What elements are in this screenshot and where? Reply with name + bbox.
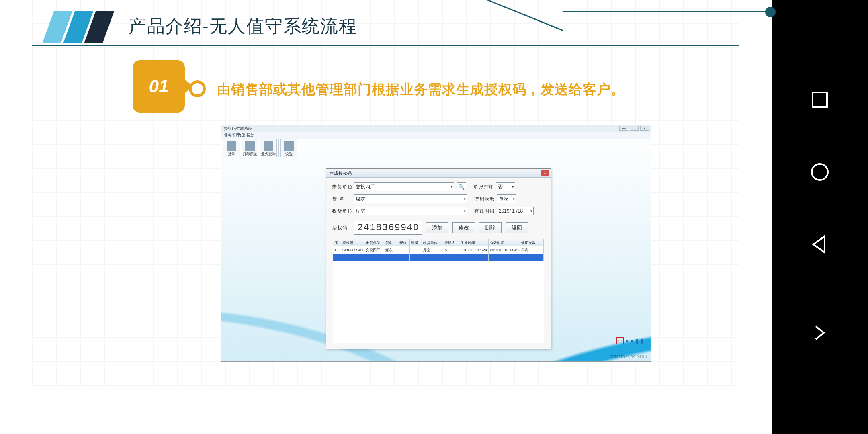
dialog-close-button[interactable]: × (541, 170, 549, 176)
grid-header-cell: 生成时间 (459, 239, 489, 246)
chevron-down-icon: ▾ (512, 185, 514, 189)
results-grid[interactable]: 序授权码来货单位货名规格重量收货单位登记人生成时间有效时间使用次数 124183… (333, 239, 544, 343)
grid-header-cell: 使用次数 (520, 239, 544, 246)
goods-select[interactable]: 煤灰▾ (354, 194, 467, 203)
receiver-select[interactable]: 库空▾ (354, 207, 467, 215)
toolbar-query-button[interactable]: 业务查询 (260, 139, 277, 157)
svg-point-1 (812, 164, 828, 180)
label-valid: 有效时限 (474, 208, 497, 215)
grid-header-cell: 有效时间 (489, 239, 520, 246)
label-goods: 货名 (332, 196, 354, 203)
auth-code-dialog: 生成授权码 × 来货单位 交投四厂▾ 🔍 单张打印 否▾ 货名 煤灰▾ 使用次数 (326, 168, 551, 349)
step-badge: 01 (133, 60, 185, 113)
step-number: 01 (149, 76, 169, 96)
valid-date-picker[interactable]: 2019/ 1 /18▾ (497, 207, 534, 215)
slide-container: 产品介绍-无人值守系统流程 01 由销售部或其他管理部门根据业务需求生成授权码，… (0, 0, 772, 434)
window-max-button[interactable]: □ (630, 126, 639, 131)
circle-icon (809, 161, 831, 183)
chevron-down-icon: ▾ (464, 209, 466, 213)
dialog-title: 生成授权码 (330, 171, 352, 176)
label-use-count: 使用次数 (474, 196, 497, 203)
print-select[interactable]: 否▾ (496, 182, 515, 191)
triangle-left-icon (809, 233, 831, 256)
title-row: 产品介绍-无人值守系统流程 (32, 11, 739, 47)
auth-code-field[interactable]: 241836994D (354, 221, 422, 235)
gear-icon (284, 141, 294, 151)
grid-header-cell: 收货单位 (422, 239, 444, 246)
window-title: 授权码生成系统 (224, 126, 252, 131)
grid-header-cell: 来货单位 (364, 239, 384, 246)
grid-header-cell: 重量 (410, 239, 422, 246)
android-nav-rail (772, 0, 868, 434)
applicant-search-button[interactable]: 🔍 (457, 182, 466, 191)
table-row[interactable] (333, 254, 544, 261)
dialog-form: 来货单位 交投四厂▾ 🔍 单张打印 否▾ 货名 煤灰▾ 使用次数 单次▾ 收货单… (326, 178, 551, 343)
window-titlebar: 授权码生成系统 — □ × (221, 125, 651, 132)
delete-button[interactable]: 删除 (479, 222, 502, 233)
applicant-select[interactable]: 交投四厂▾ (354, 182, 454, 191)
step-ring-icon (189, 80, 206, 97)
grid-header-cell: 货名 (384, 239, 398, 246)
grid-header-cell: 授权码 (341, 239, 365, 246)
add-button[interactable]: 添加 (426, 222, 448, 233)
label-auth-code: 授权码 (332, 225, 354, 231)
chevron-down-icon: ▾ (530, 209, 532, 213)
use-count-select[interactable]: 单次▾ (497, 194, 516, 203)
back-button[interactable]: 返回 (506, 222, 528, 233)
label-print: 单张打印 (473, 184, 496, 190)
grid-header-cell: 规格 (398, 239, 410, 246)
chevron-down-icon: ▾ (464, 197, 466, 201)
brand-stamp: 中 ● ● ▮ ▮ (616, 337, 643, 344)
slide: 产品介绍-无人值守系统流程 01 由销售部或其他管理部门根据业务需求生成授权码，… (32, 0, 739, 386)
edit-button[interactable]: 修改 (452, 222, 475, 233)
chevron-down-icon: ▾ (451, 185, 453, 189)
square-icon (809, 88, 831, 111)
screenshot-timestamp: 2019/01/24 14:48:36 (610, 354, 647, 359)
user-icon (227, 141, 236, 151)
recent-apps-button[interactable] (809, 88, 831, 113)
chevron-right-icon (809, 321, 831, 344)
title-underline (32, 45, 739, 46)
title-stripes-icon (43, 11, 114, 43)
window-min-button[interactable]: — (619, 126, 628, 131)
label-applicant: 来货单位 (332, 184, 354, 190)
slide-title: 产品介绍-无人值守系统流程 (129, 14, 357, 38)
window-close-button[interactable]: × (640, 126, 649, 131)
chevron-down-icon: ▾ (513, 197, 515, 201)
step-caption: 由销售部或其他管理部门根据业务需求生成授权码，发送给客户。 (217, 80, 625, 99)
toolbar-print-button[interactable]: 打印预览 (242, 139, 258, 157)
table-row[interactable]: 1241836994D交投四厂煤灰库空A2019-01-18 14:492019… (333, 246, 544, 254)
grid-header-cell: 登记人 (443, 239, 459, 246)
dialog-titlebar: 生成授权码 × (326, 169, 551, 178)
embedded-app-screenshot: 授权码生成系统 — □ × 业务管理(B) 帮助 登录 打印预览 业务查询 设置 (221, 125, 651, 362)
stamp-icon: 中 (616, 337, 624, 344)
table-icon (264, 141, 273, 151)
toolbar: 登录 打印预览 业务查询 设置 (223, 139, 297, 157)
home-button[interactable] (809, 161, 831, 185)
menu-bar[interactable]: 业务管理(B) 帮助 (221, 132, 651, 139)
printer-icon (245, 141, 255, 151)
svg-rect-0 (813, 92, 827, 107)
toolbar-settings-button[interactable]: 设置 (280, 139, 297, 157)
search-icon: 🔍 (458, 184, 465, 190)
back-button[interactable] (809, 233, 831, 257)
overflow-button[interactable] (809, 321, 831, 346)
grid-header-cell: 序 (333, 239, 341, 246)
label-receiver: 收货单位 (332, 208, 354, 215)
grid-header: 序授权码来货单位货名规格重量收货单位登记人生成时间有效时间使用次数 (333, 239, 544, 246)
toolbar-login-button[interactable]: 登录 (223, 139, 240, 157)
